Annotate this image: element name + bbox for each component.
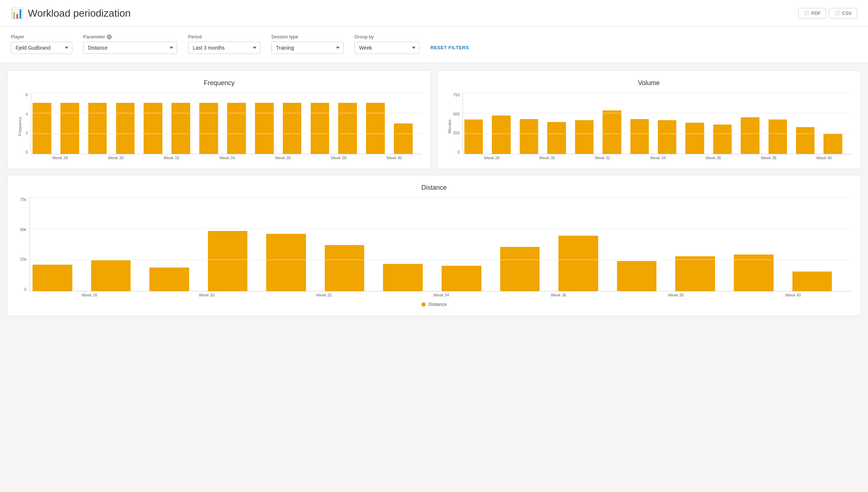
freq-y-4: 4 <box>26 112 28 116</box>
distance-legend-dot <box>421 302 426 307</box>
frequency-y-label: Frequency <box>16 117 22 136</box>
period-filter: Period Last 3 months Last month Last 6 m… <box>188 34 260 54</box>
dist-x-40: Week 40 <box>735 293 852 297</box>
parameter-label: Parameter i <box>83 34 177 39</box>
freq-x-32: Week 32 <box>144 156 199 160</box>
period-label: Period <box>188 34 260 39</box>
session-type-label: Session type <box>271 34 344 39</box>
dist-y-25k: 25k <box>20 257 26 261</box>
group-by-select[interactable]: Week Month <box>354 42 420 54</box>
dist-x-28: Week 28 <box>31 293 148 297</box>
pdf-icon: 📄 <box>804 10 809 16</box>
freq-y-6: 6 <box>26 93 28 97</box>
top-charts-row: Frequency Frequency 6 4 2 0 <box>7 70 861 169</box>
dist-x-38: Week 38 <box>617 293 734 297</box>
volume-y-label: Minutes <box>446 119 452 134</box>
period-select[interactable]: Last 3 months Last month Last 6 months <box>188 42 260 54</box>
vol-x-34: Week 34 <box>630 156 685 160</box>
vol-x-32: Week 32 <box>575 156 630 160</box>
vol-x-28: Week 28 <box>464 156 519 160</box>
parameter-select[interactable]: Distance <box>83 42 177 54</box>
frequency-title: Frequency <box>16 79 422 87</box>
dist-x-36: Week 36 <box>500 293 617 297</box>
vol-x-40: Week 40 <box>796 156 852 160</box>
distance-chart: Distance 75k 50k 25k 0 <box>7 175 861 316</box>
dist-y-75k: 75k <box>20 197 26 202</box>
distance-legend: Distance <box>16 302 852 307</box>
header: 📊 Workload periodization 📄 PDF 📄 CSV <box>0 0 868 27</box>
session-type-filter: Session type Training Match All <box>271 34 344 54</box>
freq-x-40: Week 40 <box>366 156 422 160</box>
pdf-button[interactable]: 📄 PDF <box>798 8 826 18</box>
frequency-chart: Frequency Frequency 6 4 2 0 <box>7 70 431 169</box>
session-type-select[interactable]: Training Match All <box>271 42 344 54</box>
parameter-filter: Parameter i Distance <box>83 34 177 54</box>
csv-icon: 📄 <box>834 10 840 16</box>
volume-chart: Volume Minutes 750 500 250 0 <box>437 70 861 169</box>
freq-x-38: Week 38 <box>311 156 366 160</box>
player-filter: Player Fjeld Gudbrand <box>11 34 72 54</box>
freq-x-36: Week 36 <box>255 156 311 160</box>
distance-legend-label: Distance <box>429 302 447 307</box>
reset-filters-button[interactable]: RESET FILTERS <box>430 45 469 54</box>
vol-y-250: 250 <box>453 131 460 135</box>
page-title: Workload periodization <box>28 8 131 19</box>
freq-x-30: Week 30 <box>88 156 144 160</box>
csv-button[interactable]: 📄 CSV <box>829 8 857 18</box>
player-label: Player <box>11 34 72 39</box>
distance-title: Distance <box>16 184 852 192</box>
parameter-info-icon[interactable]: i <box>107 34 112 39</box>
freq-x-34: Week 34 <box>199 156 255 160</box>
dist-x-34: Week 34 <box>383 293 500 297</box>
player-select[interactable]: Fjeld Gudbrand <box>11 42 72 54</box>
freq-x-28: Week 28 <box>32 156 88 160</box>
chart-icon: 📊 <box>11 7 24 19</box>
charts-area: Frequency Frequency 6 4 2 0 <box>0 63 868 323</box>
vol-x-38: Week 38 <box>741 156 796 160</box>
vol-x-36: Week 36 <box>686 156 741 160</box>
vol-x-30: Week 30 <box>519 156 575 160</box>
group-by-filter: Group by Week Month <box>354 34 420 54</box>
group-by-label: Group by <box>354 34 420 39</box>
export-buttons: 📄 PDF 📄 CSV <box>798 8 857 18</box>
volume-title: Volume <box>446 79 852 87</box>
filters-bar: Player Fjeld Gudbrand Parameter i Distan… <box>0 27 868 63</box>
vol-y-750: 750 <box>453 93 460 97</box>
freq-y-0: 0 <box>26 150 28 154</box>
vol-y-0: 0 <box>458 150 460 154</box>
vol-y-500: 500 <box>453 112 460 116</box>
dist-x-30: Week 30 <box>148 293 265 297</box>
dist-y-50k: 50k <box>20 227 26 232</box>
freq-y-2: 2 <box>26 131 28 135</box>
dist-y-0: 0 <box>24 287 26 291</box>
dist-x-32: Week 32 <box>265 293 383 297</box>
